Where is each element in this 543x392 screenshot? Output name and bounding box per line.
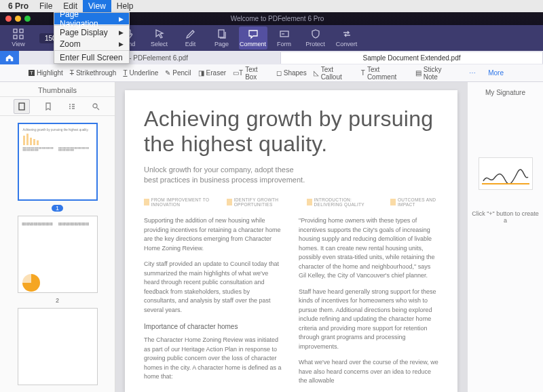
protect-button[interactable]: Protect: [301, 26, 330, 50]
thumbnail-page-2[interactable]: ████ ████ ███ ████ ███ ████ ████ ███ ███…: [18, 216, 98, 293]
app-name: 6 Pro: [3, 0, 34, 12]
document-viewport[interactable]: Achieving growth by pursuing the highest…: [115, 82, 467, 392]
document-page: Achieving growth by pursuing the highest…: [125, 90, 457, 392]
signature-header: My Signature: [485, 89, 525, 96]
view-menu-dropdown: Page Navigation▶ Page Display▶ Zoom▶ Ent…: [54, 12, 130, 64]
svg-rect-1: [20, 29, 23, 33]
select-button[interactable]: Select: [145, 26, 174, 50]
section-row: From Improvement to Innovation Identify …: [144, 197, 438, 207]
underline-tool[interactable]: TUnderline: [123, 69, 158, 77]
textbox-tool[interactable]: ▭TText Box: [233, 66, 269, 81]
menu-file[interactable]: File: [34, 0, 58, 12]
comment-icon: [248, 28, 259, 39]
svg-rect-2: [14, 35, 17, 39]
underline-icon: T: [123, 69, 127, 77]
convert-icon: [341, 28, 352, 39]
more-menu-dots[interactable]: ⋯: [469, 69, 476, 77]
page-icon: [217, 28, 227, 39]
svg-rect-4: [219, 30, 224, 37]
thumbnails-panel: Thumbnails Achieving growth by pursuing …: [0, 82, 115, 392]
eraser-tool[interactable]: ◨Eraser: [198, 69, 226, 77]
workspace: Thumbnails Achieving growth by pursuing …: [0, 82, 543, 392]
home-button[interactable]: [0, 51, 19, 64]
close-window-button[interactable]: [5, 16, 12, 22]
edit-icon: [185, 28, 196, 39]
textcomment-icon: T: [361, 69, 365, 77]
menu-page-navigation[interactable]: Page Navigation▶: [54, 13, 129, 24]
thumb-mode-page-icon[interactable]: [14, 99, 30, 114]
more-button[interactable]: More: [488, 69, 504, 77]
cursor-icon: [154, 28, 165, 39]
thumb-mode-outline-icon[interactable]: [67, 101, 77, 112]
comment-button[interactable]: Comment: [239, 26, 267, 50]
signature-hint: Click "+" button to create a: [468, 210, 543, 224]
strikethrough-tool[interactable]: TStrikethrough: [70, 69, 117, 77]
annotation-toolbar: THighlight TStrikethrough TUnderline ✎Pe…: [0, 64, 543, 82]
sticky-icon: ▤: [415, 69, 422, 77]
body-columns: Supporting the addition of new housing w…: [144, 216, 438, 392]
thumb-search-icon[interactable]: [90, 101, 101, 112]
menu-enter-full-screen[interactable]: Enter Full Screen: [54, 52, 129, 63]
edit-button[interactable]: Edit: [176, 26, 205, 50]
thumb-number-1: 1: [52, 205, 63, 212]
minimize-window-button[interactable]: [15, 16, 21, 22]
thumbnail-page-3[interactable]: [18, 308, 98, 385]
highlight-tool[interactable]: THighlight: [29, 69, 63, 77]
stickynote-tool[interactable]: ▤Sticky Note: [415, 66, 455, 81]
eraser-icon: ◨: [198, 69, 204, 77]
signature-preview[interactable]: [479, 157, 533, 190]
pencil-icon: ✎: [165, 69, 170, 77]
view-button[interactable]: View: [4, 26, 33, 50]
strikethrough-icon: T: [70, 69, 74, 77]
shield-icon: [310, 28, 321, 39]
page-title: Achieving growth by pursuing the highest…: [144, 106, 438, 157]
menu-page-display[interactable]: Page Display▶: [54, 26, 129, 38]
form-icon: [279, 28, 290, 39]
callout-tool[interactable]: ◺Text Callout: [314, 66, 354, 81]
callout-icon: ◺: [314, 69, 319, 77]
svg-point-7: [93, 104, 97, 108]
thumbnail-page-1[interactable]: Achieving growth by pursuing the highest…: [18, 123, 98, 201]
tab-sample[interactable]: Sample Document Extended.pdf: [281, 52, 543, 64]
convert-button[interactable]: Convert: [333, 26, 361, 50]
thumbnails-header: Thumbnails: [0, 82, 115, 97]
svg-rect-0: [14, 29, 17, 33]
textcomment-tool[interactable]: TText Comment: [361, 66, 409, 81]
signature-panel: My Signature Click "+" button to create …: [467, 82, 543, 392]
shapes-tool[interactable]: ◻Shapes: [276, 69, 307, 77]
grid-icon: [13, 28, 24, 39]
traffic-lights: [5, 16, 31, 22]
highlight-icon: T: [29, 70, 35, 76]
svg-rect-3: [20, 35, 23, 39]
thumb-mode-bookmark-icon[interactable]: [43, 101, 54, 112]
textbox-icon: ▭T: [233, 69, 243, 77]
fullscreen-window-button[interactable]: [24, 16, 31, 22]
menu-zoom[interactable]: Zoom▶: [54, 38, 129, 50]
shapes-icon: ◻: [276, 69, 282, 77]
svg-rect-6: [19, 103, 24, 110]
form-button[interactable]: Form: [270, 26, 299, 50]
pencil-tool[interactable]: ✎Pencil: [165, 69, 191, 77]
thumb-number-2: 2: [52, 297, 63, 304]
page-button[interactable]: Page: [208, 26, 236, 50]
page-subtitle: Unlock growth for your company, adopt th…: [144, 165, 306, 186]
